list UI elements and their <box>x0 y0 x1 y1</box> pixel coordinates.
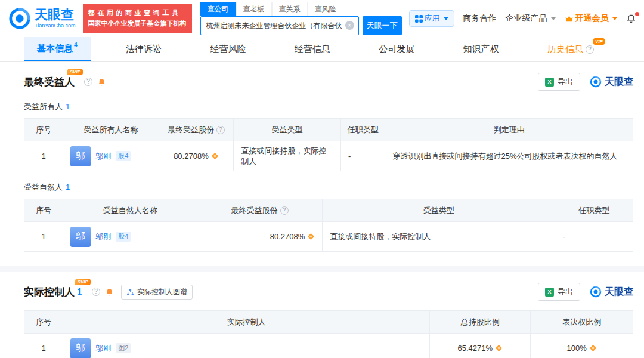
export-label: 导出 <box>558 76 573 87</box>
col-total-share: 总持股比例 <box>429 311 530 334</box>
svip-tag: SVIP <box>75 279 91 285</box>
col-name: 受益所有人名称 <box>63 119 159 141</box>
search-tab-boss[interactable]: 查老板 <box>236 2 272 16</box>
controller-graph-button[interactable]: 实际控制人图谱 <box>121 285 193 300</box>
excel-icon <box>545 288 554 297</box>
vip-diamond-icon[interactable] <box>211 152 219 160</box>
beneficiary-naturals-table: 序号 受益自然人名称 最终受益股份 受益类型 任职类型 1 邬 邬刚 股4 <box>24 199 633 252</box>
export-label: 导出 <box>558 286 573 297</box>
benefit-type: 直接或间接持股，实际控制人 <box>234 141 341 171</box>
table-header-row: 序号 受益自然人名称 最终受益股份 受益类型 任职类型 <box>24 199 633 222</box>
nav-open-vip-label: 开通会员 <box>575 13 609 24</box>
tab-label: 经营风险 <box>210 44 246 55</box>
equity-badge[interactable]: 股4 <box>116 151 131 161</box>
vip-diamond-icon[interactable] <box>589 344 597 352</box>
person-link[interactable]: 邬刚 <box>95 343 111 354</box>
col-name: 受益自然人名称 <box>63 199 197 222</box>
tab-label: 经营信息 <box>295 44 330 55</box>
help-icon[interactable] <box>92 288 100 296</box>
svip-tag: SVIP <box>67 69 83 75</box>
crown-icon <box>565 15 574 23</box>
voting-value: 100% <box>567 344 587 353</box>
tab-company-development[interactable]: 公司发展 <box>366 37 428 61</box>
avatar[interactable]: 邬 <box>70 146 91 166</box>
help-icon[interactable] <box>84 78 92 86</box>
person-link[interactable]: 邬刚 <box>95 151 111 162</box>
tab-intellectual-property[interactable]: 知识产权 <box>450 37 512 61</box>
owners-subtitle: 受益所有人1 <box>24 101 633 112</box>
share-value: 80.2708% <box>270 232 305 241</box>
tab-label: 公司发展 <box>379 44 414 55</box>
export-button[interactable]: 导出 <box>538 73 580 91</box>
search-tab-relation[interactable]: 查关系 <box>272 2 308 16</box>
tab-operating-risk[interactable]: 经营风险 <box>197 37 259 61</box>
nav-enterprise-label: 企业级产品 <box>506 13 547 24</box>
notification-bell-icon[interactable] <box>626 14 636 24</box>
nav-cooperation[interactable]: 商务合作 <box>463 13 497 24</box>
tab-label: 法律诉讼 <box>126 44 162 55</box>
col-no: 序号 <box>24 119 63 141</box>
graph-badge[interactable]: 图2 <box>116 343 131 353</box>
nav-enterprise[interactable]: 企业级产品 <box>506 13 556 24</box>
section-count: 1 <box>77 287 82 297</box>
tab-basic-info[interactable]: 基本信息4 <box>24 37 91 61</box>
tab-history-info[interactable]: VIP 历史信息 <box>534 37 607 61</box>
search-input[interactable] <box>200 16 359 35</box>
beneficiary-section: 最终受益人 SVIP 导出 天眼查 <box>24 73 633 252</box>
company-tabbar: 基本信息4 法律诉讼 经营风险 经营信息 公司发展 知识产权 VIP 历史信息 <box>0 37 644 62</box>
table-row: 1 邬 邬刚 股4 80.2708% <box>24 222 633 252</box>
controller-section: 实际控制人1 SVIP 实际控制人图谱 导出 <box>24 283 633 358</box>
watermark-label: 天眼查 <box>605 286 633 298</box>
clear-icon[interactable] <box>345 21 354 30</box>
search-area: 查公司 查老板 查关系 查风险 天眼一下 <box>200 2 402 35</box>
help-icon[interactable] <box>216 126 225 134</box>
section-title: 最终受益人 <box>24 76 75 88</box>
top-header: 天眼查 TianYanCha.com 都在用的商业查询工具 国家中小企业发展子基… <box>0 0 644 37</box>
help-icon[interactable] <box>280 206 289 215</box>
bell-icon <box>626 14 636 24</box>
search-tab-risk[interactable]: 查风险 <box>308 2 343 16</box>
equity-badge[interactable]: 股4 <box>116 232 131 242</box>
col-no: 序号 <box>24 199 63 222</box>
col-type: 受益类型 <box>234 119 341 141</box>
nav-open-vip[interactable]: 开通会员 <box>565 13 617 24</box>
help-icon[interactable] <box>586 45 594 54</box>
eye-logo-icon <box>590 286 602 298</box>
subscribe-bell-icon[interactable] <box>105 288 114 297</box>
col-name: 实际控制人 <box>63 311 430 334</box>
avatar[interactable]: 邬 <box>70 227 91 247</box>
col-voting: 表决权比例 <box>531 311 633 334</box>
naturals-count[interactable]: 1 <box>66 183 70 192</box>
owners-count[interactable]: 1 <box>66 102 70 111</box>
table-header-row: 序号 受益所有人名称 最终受益股份 受益类型 任职类型 判定理由 <box>24 119 633 141</box>
tianyancha-logo[interactable]: 天眼查 TianYanCha.com <box>8 7 76 30</box>
avatar[interactable]: 邬 <box>70 338 91 358</box>
subscribe-bell-icon[interactable] <box>97 78 106 87</box>
top-nav: 应用 商务合作 企业级产品 开通会员 抓饭抓饭 <box>409 10 644 27</box>
tab-legal[interactable]: 法律诉讼 <box>113 37 175 61</box>
main-content: 最终受益人 SVIP 导出 天眼查 <box>0 73 644 358</box>
total-share-value: 65.4271% <box>457 344 493 353</box>
chevron-down-icon <box>444 17 448 23</box>
col-job: 任职类型 <box>555 199 633 222</box>
vip-diamond-icon[interactable] <box>307 233 315 240</box>
col-job: 任职类型 <box>340 119 385 141</box>
tianyancha-watermark: 天眼查 <box>590 76 633 88</box>
promo-line2: 国家中小企业发展子基金旗下机构 <box>88 18 187 29</box>
search-button[interactable]: 天眼一下 <box>363 16 402 35</box>
vip-diamond-icon[interactable] <box>495 344 503 352</box>
watermark-label: 天眼查 <box>605 76 633 88</box>
nav-apps-label: 应用 <box>425 13 440 24</box>
search-tab-company[interactable]: 查公司 <box>200 2 236 16</box>
job-type: - <box>555 222 633 252</box>
row-no: 1 <box>24 222 63 252</box>
benefit-type: 直接或间接持股，实际控制人 <box>323 222 555 252</box>
judgment-reason: 穿透识别出直接或间接持有超过25%公司股权或者表决权的自然人 <box>385 141 633 171</box>
section-title: 实际控制人 <box>24 286 75 298</box>
tab-operating-info[interactable]: 经营信息 <box>281 37 343 61</box>
section-divider <box>0 266 644 272</box>
export-button[interactable]: 导出 <box>538 283 580 301</box>
promo-banner: 都在用的商业查询工具 国家中小企业发展子基金旗下机构 <box>83 4 192 32</box>
person-link[interactable]: 邬刚 <box>95 232 111 242</box>
nav-apps[interactable]: 应用 <box>409 10 454 27</box>
